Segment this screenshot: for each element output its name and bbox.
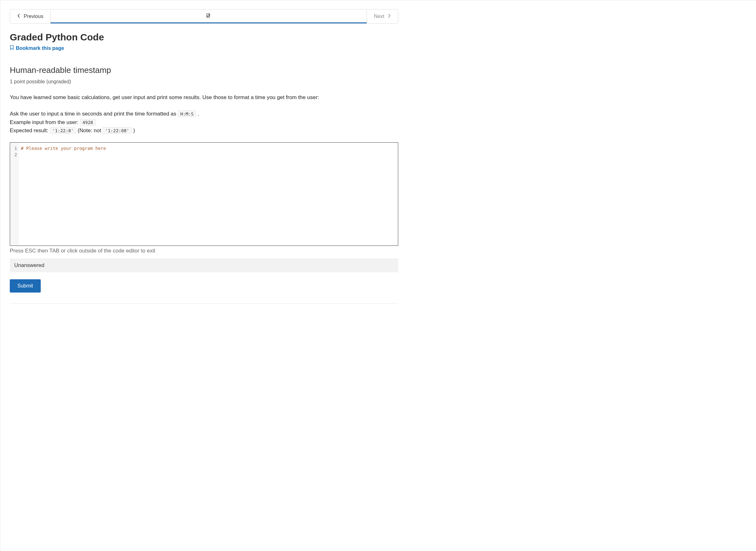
- edit-icon: [206, 13, 212, 20]
- next-button[interactable]: Next: [366, 9, 398, 23]
- bookmark-icon: [10, 45, 14, 51]
- problem-details: Ask the user to input a time in seconds …: [10, 110, 398, 135]
- sequence-nav: Previous Next: [10, 9, 398, 24]
- line-number: 2: [13, 151, 17, 158]
- points-possible: 1 point possible (ungraded): [10, 79, 398, 85]
- problem-title: Human-readable timestamp: [10, 65, 398, 75]
- editor-hint: Press ESC then TAB or click outside of t…: [10, 248, 398, 254]
- expected-label: Expected result:: [10, 127, 50, 133]
- note-post: ): [132, 127, 135, 133]
- code-line-1: # Please write your program here: [21, 146, 106, 151]
- sequence-current-unit[interactable]: [50, 9, 366, 23]
- ask-post: .: [196, 111, 199, 117]
- answer-status: Unanswered: [10, 258, 398, 272]
- chevron-left-icon: [17, 14, 20, 19]
- code-editor[interactable]: 1 2 # Please write your program here: [10, 142, 398, 246]
- previous-label: Previous: [24, 14, 43, 19]
- page-title: Graded Python Code: [10, 32, 398, 43]
- divider: [10, 303, 398, 304]
- code-area[interactable]: # Please write your program here: [19, 143, 398, 245]
- code-hms: H:M:S: [178, 110, 196, 117]
- chevron-right-icon: [388, 14, 391, 19]
- submit-button[interactable]: Submit: [10, 279, 41, 293]
- code-expected: '1:22:8': [50, 127, 76, 134]
- bookmark-link[interactable]: Bookmark this page: [10, 45, 64, 51]
- code-not-expected: '1:22:08': [102, 127, 132, 134]
- next-label: Next: [374, 14, 384, 19]
- ask-pre: Ask the user to input a time in seconds …: [10, 111, 178, 117]
- editor-gutter: 1 2: [10, 143, 19, 245]
- problem-line-expected: Expected result: '1:22:8' (Note: not '1:…: [10, 126, 398, 135]
- example-label: Example input from the user:: [10, 119, 80, 125]
- problem-intro: You have learned some basic calculations…: [10, 93, 398, 102]
- problem-line-ask: Ask the user to input a time in seconds …: [10, 110, 398, 118]
- code-example-input: 4928: [80, 119, 96, 126]
- problem-line-example: Example input from the user: 4928: [10, 118, 398, 126]
- note-mid: (Note: not: [76, 127, 102, 133]
- bookmark-label: Bookmark this page: [16, 45, 64, 51]
- line-number: 1: [13, 145, 17, 151]
- previous-button[interactable]: Previous: [10, 9, 50, 23]
